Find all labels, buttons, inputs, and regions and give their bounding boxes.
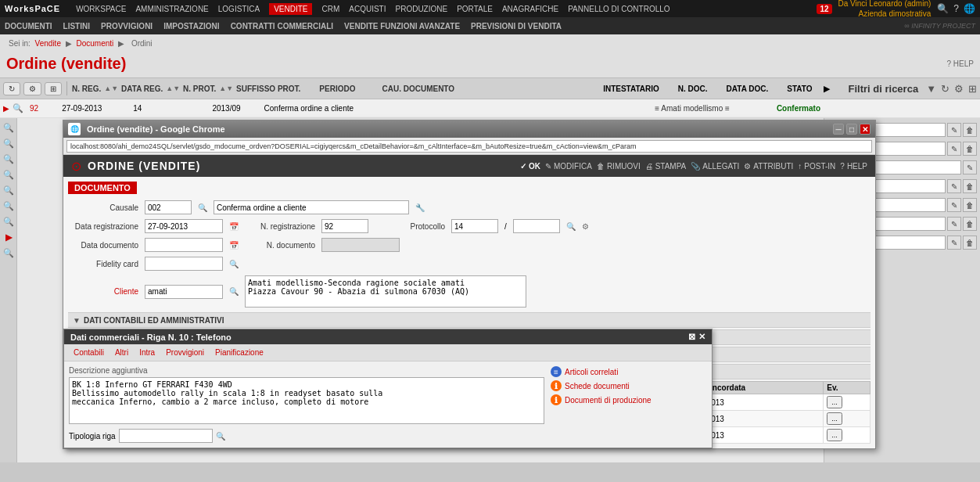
nreg-link[interactable]: 92 bbox=[30, 104, 38, 113]
ev-button[interactable]: ... bbox=[827, 429, 842, 441]
modifica-button[interactable]: ✎ MODIFICA bbox=[545, 162, 592, 171]
nav-produzione[interactable]: PRODUZIONE bbox=[396, 5, 448, 13]
causale-desc-input[interactable] bbox=[214, 200, 409, 214]
sort-icon-3[interactable]: ▲▼ bbox=[219, 85, 233, 92]
snav-provvigioni[interactable]: PROVVIGIONI bbox=[101, 22, 153, 31]
rp-delete-6[interactable]: 🗑 bbox=[963, 217, 977, 231]
ev-button[interactable]: ... bbox=[827, 396, 842, 408]
tab-pianificazione[interactable]: Pianificazione bbox=[210, 347, 268, 358]
sidebar-search-6[interactable]: 🔍 bbox=[2, 200, 15, 212]
intestatario-link[interactable]: ≡ Amati modellismo ≡ bbox=[655, 104, 730, 113]
sub-popup-close-icon[interactable]: ✕ bbox=[698, 332, 705, 342]
ev-button[interactable]: ... bbox=[827, 412, 842, 425]
rp-delete-4[interactable]: 🗑 bbox=[963, 179, 977, 193]
tipologia-search-icon[interactable]: 🔍 bbox=[216, 432, 225, 441]
causale-search-icon[interactable]: 🔍 bbox=[198, 203, 207, 212]
snav-contratti[interactable]: CONTRATTI COMMERCIALI bbox=[231, 22, 333, 31]
causale-action-icon[interactable]: 🔧 bbox=[415, 203, 425, 212]
notification-badge[interactable]: 12 bbox=[817, 4, 831, 14]
snav-impostazioni[interactable]: IMPOSTAZIONI bbox=[163, 22, 219, 31]
prot-suffix-input[interactable] bbox=[513, 219, 560, 233]
tab-contabili[interactable]: Contabili bbox=[69, 347, 109, 358]
scroll-arrow[interactable]: ▶ bbox=[824, 84, 830, 94]
refresh-btn[interactable]: ↻ bbox=[3, 82, 20, 95]
desc-textarea[interactable]: BK 1:8 Inferno GT FERRARI F430 4WD Belli… bbox=[69, 377, 544, 424]
ndoc-input[interactable] bbox=[321, 238, 400, 252]
rp-edit-1[interactable]: ✎ bbox=[947, 123, 961, 137]
cliente-label[interactable]: Cliente bbox=[68, 287, 138, 296]
sidebar-search-3[interactable]: 🔍 bbox=[2, 153, 15, 165]
nav-acquisti[interactable]: ACQUISTI bbox=[349, 5, 386, 13]
rp-edit-6[interactable]: ✎ bbox=[947, 217, 961, 231]
postin-button[interactable]: ↑ POST-IN bbox=[798, 162, 835, 171]
calendar-icon-2[interactable]: 📅 bbox=[229, 241, 239, 250]
snav-listini[interactable]: LISTINI bbox=[63, 22, 90, 31]
datareg-input[interactable] bbox=[145, 219, 223, 233]
prot-search-icon[interactable]: 🔍 bbox=[566, 222, 576, 231]
sidebar-search-7[interactable]: 🔍 bbox=[2, 215, 15, 228]
nav-vendite[interactable]: VENDITE bbox=[269, 3, 312, 15]
causale-input[interactable] bbox=[145, 200, 192, 214]
filter-icon[interactable]: ▼ bbox=[926, 83, 936, 95]
expand-icon[interactable]: ▶ bbox=[3, 104, 9, 113]
rp-edit-4[interactable]: ✎ bbox=[947, 179, 961, 193]
globe-icon[interactable]: 🌐 bbox=[964, 3, 975, 14]
nav-logistica[interactable]: LOGISTICA bbox=[218, 5, 260, 13]
tab-intra[interactable]: Intra bbox=[135, 347, 160, 358]
rp-edit-2[interactable]: ✎ bbox=[947, 142, 961, 156]
popup-close-btn[interactable]: ✕ bbox=[860, 124, 871, 135]
sidebar-search-2[interactable]: 🔍 bbox=[2, 137, 15, 149]
cell-ev[interactable]: ... bbox=[824, 411, 871, 427]
nav-portale[interactable]: PORTALE bbox=[457, 5, 493, 13]
nreg-input[interactable] bbox=[321, 219, 368, 233]
nav-pannello[interactable]: PANNELLO DI CONTROLLO bbox=[568, 5, 669, 13]
rp-delete-2[interactable]: 🗑 bbox=[963, 142, 977, 156]
sort-icon[interactable]: ▲▼ bbox=[104, 85, 118, 92]
cell-ev[interactable]: ... bbox=[824, 427, 871, 444]
fidelity-input[interactable] bbox=[145, 257, 223, 271]
help-button[interactable]: ? HELP bbox=[840, 162, 867, 171]
sidebar-expand[interactable]: ▶ bbox=[2, 231, 15, 243]
nav-workspace[interactable]: WORKSPACE bbox=[76, 5, 126, 13]
popup-minimize-btn[interactable]: ─ bbox=[833, 124, 844, 135]
cliente-input[interactable] bbox=[145, 285, 223, 299]
rimuovi-button[interactable]: 🗑 RIMUOVI bbox=[597, 162, 641, 171]
rp-delete-1[interactable]: 🗑 bbox=[963, 123, 977, 137]
rp-delete-7[interactable]: 🗑 bbox=[963, 236, 977, 250]
search-row-icon[interactable]: 🔍 bbox=[13, 103, 23, 113]
prot-gear-icon[interactable]: ⚙ bbox=[582, 222, 589, 231]
calendar-icon-1[interactable]: 📅 bbox=[229, 222, 239, 231]
sidebar-search-5[interactable]: 🔍 bbox=[2, 184, 15, 196]
sort-icon-2[interactable]: ▲▼ bbox=[166, 85, 180, 92]
sub-popup-resize-icon[interactable]: ⊠ bbox=[688, 332, 695, 342]
filter-refresh-icon[interactable]: ↻ bbox=[941, 83, 949, 95]
tab-provvigioni[interactable]: Provvigioni bbox=[161, 347, 209, 358]
breadcrumb-documenti[interactable]: Documenti bbox=[77, 39, 114, 48]
nav-crm[interactable]: CRM bbox=[321, 5, 339, 13]
documenti-produzione-link[interactable]: ℹ Documenti di produzione bbox=[551, 394, 707, 405]
url-input[interactable] bbox=[66, 140, 872, 153]
snav-previsioni[interactable]: PREVISIONI DI VENDITA bbox=[471, 22, 562, 31]
question-icon[interactable]: ? bbox=[953, 3, 959, 14]
sidebar-search-1[interactable]: 🔍 bbox=[2, 121, 15, 134]
rp-delete-5[interactable]: 🗑 bbox=[963, 198, 977, 212]
nav-amministrazione[interactable]: AMMINISTRAZIONE bbox=[135, 5, 208, 13]
rp-edit-5[interactable]: ✎ bbox=[947, 198, 961, 212]
popup-maximize-btn[interactable]: □ bbox=[846, 124, 857, 135]
grid-btn[interactable]: ⊞ bbox=[45, 82, 62, 95]
sidebar-search-4[interactable]: 🔍 bbox=[2, 168, 15, 181]
articoli-correlati-link[interactable]: ≡ Articoli correlati bbox=[551, 366, 707, 377]
filter-settings-icon[interactable]: ⚙ bbox=[954, 83, 964, 95]
rp-edit-7[interactable]: ✎ bbox=[947, 236, 961, 250]
stampa-button[interactable]: 🖨 STAMPA bbox=[645, 162, 687, 171]
nav-anagrafiche[interactable]: ANAGRAFICHE bbox=[502, 5, 558, 13]
prot-input[interactable] bbox=[451, 219, 498, 233]
rp-edit-3[interactable]: ✎ bbox=[963, 160, 977, 174]
tab-altri[interactable]: Altri bbox=[110, 347, 133, 358]
datadoc-input[interactable] bbox=[145, 238, 223, 252]
filter-extra-icon[interactable]: ⊞ bbox=[968, 83, 977, 95]
ok-button[interactable]: ✓ OK bbox=[520, 162, 540, 171]
schede-documenti-link[interactable]: ℹ Schede documenti bbox=[551, 380, 707, 391]
help-link[interactable]: ? HELP bbox=[947, 59, 974, 68]
cliente-search-icon[interactable]: 🔍 bbox=[229, 287, 239, 296]
